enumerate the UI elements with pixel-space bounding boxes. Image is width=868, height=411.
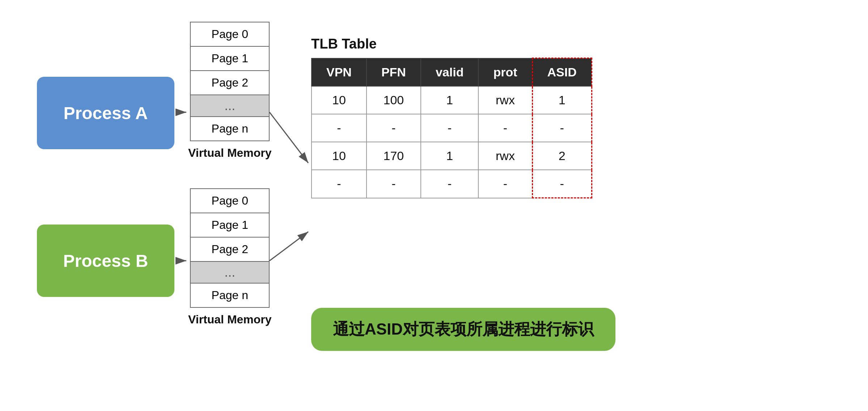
- tlb-cell: -: [478, 170, 532, 198]
- tlb-header-pfn: PFN: [367, 58, 421, 87]
- process-a-box: Process A: [37, 77, 174, 149]
- tlb-cell: -: [421, 114, 478, 142]
- tlb-title: TLB Table: [311, 36, 592, 52]
- page-ellipsis: ...: [190, 95, 269, 117]
- process-b-box: Process B: [37, 225, 174, 297]
- tlb-cell: -: [367, 114, 421, 142]
- arrow-vm-bottom-tlb: [270, 232, 308, 261]
- vm-table-bottom: Page 0 Page 1 Page 2 ... Page n: [190, 188, 270, 308]
- tlb-cell: -: [478, 114, 532, 142]
- vm-top-label: Virtual Memory: [188, 146, 272, 160]
- table-row: Page 0: [190, 22, 269, 46]
- page-cell: Page 2: [190, 71, 269, 95]
- table-row: Page 2: [190, 71, 269, 95]
- process-a-label: Process A: [63, 103, 148, 123]
- page-cell: Page 2: [190, 237, 269, 261]
- tlb-table: VPN PFN valid prot ASID 10 100 1 rwx 1 -: [311, 58, 592, 198]
- tlb-row-2: - - - - -: [312, 114, 592, 142]
- tlb-row-4: - - - - -: [312, 170, 592, 198]
- tlb-header-prot: prot: [478, 58, 532, 87]
- tlb-cell: 1: [421, 142, 478, 170]
- virtual-memory-bottom: Page 0 Page 1 Page 2 ... Page n Virtual …: [188, 188, 272, 326]
- arrow-vm-top-tlb: [270, 112, 308, 163]
- tlb-cell: -: [312, 114, 367, 142]
- page-cell: Page n: [190, 283, 269, 307]
- tlb-cell: 170: [367, 142, 421, 170]
- tlb-cell-asid: 1: [532, 86, 592, 114]
- table-row: Page 2: [190, 237, 269, 261]
- tlb-cell: 100: [367, 86, 421, 114]
- tlb-cell: -: [421, 170, 478, 198]
- table-row: Page 1: [190, 213, 269, 237]
- table-row: Page 0: [190, 189, 269, 213]
- process-b-label: Process B: [63, 251, 148, 271]
- table-row: Page n: [190, 117, 269, 141]
- vm-bottom-label: Virtual Memory: [188, 313, 272, 326]
- tlb-header-valid: valid: [421, 58, 478, 87]
- tlb-cell: rwx: [478, 142, 532, 170]
- tlb-header-vpn: VPN: [312, 58, 367, 87]
- virtual-memory-top: Page 0 Page 1 Page 2 ... Page n Virtual …: [188, 22, 272, 160]
- tlb-cell: 10: [312, 86, 367, 114]
- tlb-row-3: 10 170 1 rwx 2: [312, 142, 592, 170]
- tlb-cell: -: [367, 170, 421, 198]
- page-cell: Page 1: [190, 46, 269, 71]
- tlb-section: TLB Table VPN PFN valid prot ASID 10 100…: [311, 36, 592, 198]
- vm-table-top: Page 0 Page 1 Page 2 ... Page n: [190, 22, 270, 141]
- tlb-cell: 1: [421, 86, 478, 114]
- asid-note-box: 通过ASID对页表项所属进程进行标识: [311, 308, 615, 351]
- table-row: Page n: [190, 283, 269, 307]
- tlb-cell-asid: 2: [532, 142, 592, 170]
- table-row: ...: [190, 261, 269, 283]
- tlb-header-asid: ASID: [532, 58, 592, 87]
- page-cell: Page 1: [190, 213, 269, 237]
- page-cell: Page 0: [190, 22, 269, 46]
- tlb-cell-asid: -: [532, 114, 592, 142]
- main-canvas: Process A Process B Page 0 Page 1 Page 2…: [0, 0, 868, 411]
- table-row: Page 1: [190, 46, 269, 71]
- page-cell: Page n: [190, 117, 269, 141]
- table-row: ...: [190, 95, 269, 117]
- tlb-row-1: 10 100 1 rwx 1: [312, 86, 592, 114]
- tlb-cell: rwx: [478, 86, 532, 114]
- tlb-header-row: VPN PFN valid prot ASID: [312, 58, 592, 87]
- page-ellipsis: ...: [190, 261, 269, 283]
- asid-note-text: 通过ASID对页表项所属进程进行标识: [333, 320, 594, 338]
- tlb-cell-asid: -: [532, 170, 592, 198]
- tlb-cell: 10: [312, 142, 367, 170]
- tlb-cell: -: [312, 170, 367, 198]
- page-cell: Page 0: [190, 189, 269, 213]
